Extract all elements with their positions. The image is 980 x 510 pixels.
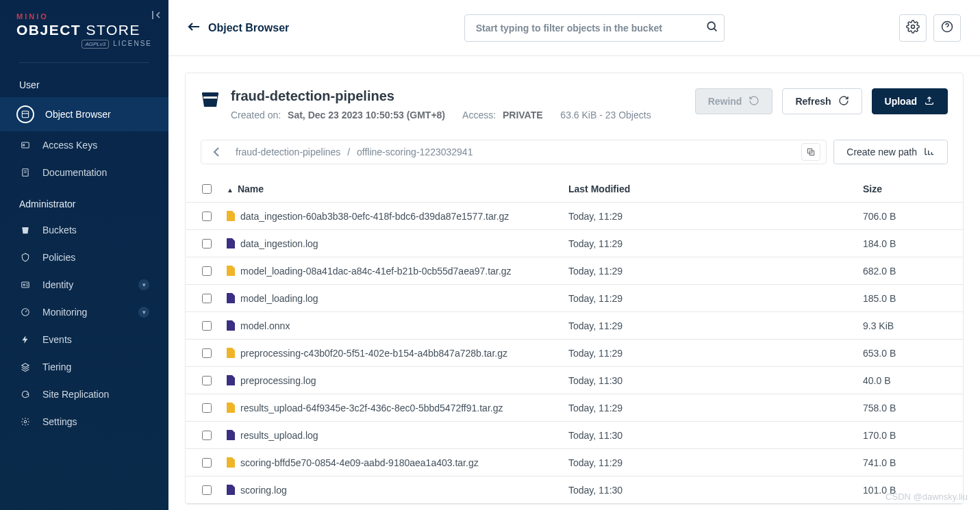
- sort-asc-icon: ▲: [227, 186, 234, 194]
- table-row[interactable]: model.onnxToday, 11:299.3 KiB: [186, 312, 963, 340]
- svg-point-9: [911, 25, 914, 29]
- row-checkbox[interactable]: [202, 458, 212, 468]
- row-checkbox[interactable]: [202, 376, 212, 385]
- back-button[interactable]: Object Browser: [188, 22, 289, 34]
- object-modified: Today, 11:29: [568, 238, 863, 249]
- file-icon: [227, 375, 235, 385]
- object-modified: Today, 11:29: [568, 293, 863, 304]
- refresh-button[interactable]: Refresh: [782, 88, 862, 114]
- sidebar-section-administrator: Administrator: [0, 186, 168, 216]
- help-button[interactable]: [933, 14, 961, 42]
- bucket-icon: [19, 225, 32, 235]
- bucket-meta: Created on: Sat, Dec 23 2023 10:50:53 (G…: [231, 110, 651, 120]
- breadcrumb-back[interactable]: [207, 146, 226, 157]
- sidebar-item-documentation[interactable]: Documentation: [0, 159, 168, 186]
- file-icon: [227, 457, 235, 468]
- object-size: 653.0 B: [863, 348, 959, 359]
- sidebar-item-object-browser[interactable]: Object Browser: [0, 97, 168, 131]
- table-row[interactable]: preprocessing.logToday, 11:3040.0 B: [186, 367, 963, 394]
- sidebar-item-monitoring[interactable]: Monitoring▾: [0, 298, 168, 326]
- table-row[interactable]: model_loading-08a41dac-a84c-41ef-b21b-0c…: [186, 257, 963, 285]
- page-title: Object Browser: [208, 22, 289, 34]
- object-name: results_upload.log: [240, 430, 318, 441]
- sidebar-item-identity[interactable]: Identity▾: [0, 271, 168, 298]
- topbar: Object Browser: [168, 0, 980, 56]
- sidebar-item-label: Settings: [42, 416, 77, 427]
- breadcrumb-path[interactable]: offline-scoring-1223032941: [357, 146, 473, 157]
- sidebar-item-label: Monitoring: [42, 307, 87, 318]
- svg-rect-12: [203, 97, 217, 99]
- select-all-checkbox[interactable]: [202, 184, 212, 194]
- new-path-icon: [924, 146, 935, 158]
- object-name: preprocessing.log: [240, 375, 316, 386]
- object-size: 185.0 B: [863, 293, 959, 304]
- chevron-down-icon: ▾: [138, 279, 149, 290]
- row-checkbox[interactable]: [202, 266, 212, 276]
- row-checkbox[interactable]: [202, 321, 212, 331]
- table-row[interactable]: data_ingestion.logToday, 11:29184.0 B: [186, 230, 963, 257]
- row-checkbox[interactable]: [202, 239, 212, 248]
- collapse-sidebar-icon[interactable]: [151, 10, 162, 23]
- upload-button[interactable]: Upload: [872, 88, 948, 114]
- col-modified[interactable]: Last Modified: [568, 183, 863, 194]
- svg-point-8: [707, 22, 715, 29]
- sidebar-item-label: Access Keys: [42, 140, 97, 151]
- sidebar-item-label: Site Replication: [42, 389, 109, 400]
- upload-icon: [924, 95, 935, 108]
- file-icon: [227, 430, 235, 440]
- search-icon[interactable]: [706, 21, 718, 35]
- breadcrumb-row: fraud-detection-pipelines / offline-scor…: [186, 133, 963, 175]
- table-row[interactable]: data_ingestion-60ab3b38-0efc-418f-bdc6-d…: [186, 203, 963, 230]
- breadcrumb-root[interactable]: fraud-detection-pipelines: [236, 146, 340, 157]
- sidebar-item-settings[interactable]: Settings: [0, 408, 168, 435]
- doc-icon: [19, 168, 32, 177]
- object-size: 741.0 B: [863, 457, 959, 468]
- row-checkbox[interactable]: [202, 348, 212, 358]
- gear-icon: [906, 20, 920, 36]
- row-checkbox[interactable]: [202, 431, 212, 440]
- col-name[interactable]: ▲Name: [227, 183, 568, 194]
- svg-rect-11: [202, 92, 218, 95]
- sidebar-item-tiering[interactable]: Tiering: [0, 353, 168, 381]
- object-modified: Today, 11:29: [568, 457, 863, 468]
- table-row[interactable]: scoring-bffd5e70-0854-4e09-aabd-9180aea1…: [186, 449, 963, 476]
- settings-button[interactable]: [899, 14, 927, 42]
- breadcrumb: fraud-detection-pipelines / offline-scor…: [201, 140, 827, 164]
- object-size: 706.0 B: [863, 211, 959, 222]
- row-checkbox[interactable]: [202, 403, 212, 413]
- table-row[interactable]: results_upload-64f9345e-3c2f-436c-8ec0-5…: [186, 394, 963, 422]
- bolt-icon: [19, 335, 32, 344]
- sidebar-item-label: Object Browser: [45, 109, 111, 120]
- copy-path-button[interactable]: [801, 143, 820, 161]
- search-input[interactable]: [475, 22, 706, 34]
- row-checkbox[interactable]: [202, 485, 212, 495]
- sidebar-item-label: Identity: [42, 279, 73, 290]
- sidebar-item-events[interactable]: Events: [0, 326, 168, 353]
- object-size: 9.3 KiB: [863, 320, 959, 331]
- table-row[interactable]: scoring.logToday, 11:30101.0 B: [186, 476, 963, 504]
- sidebar-item-label: Tiering: [42, 361, 71, 372]
- create-path-button[interactable]: Create new path: [833, 140, 948, 164]
- table-row[interactable]: model_loading.logToday, 11:29185.0 B: [186, 285, 963, 312]
- col-size[interactable]: Size: [863, 183, 959, 194]
- object-modified: Today, 11:30: [568, 375, 863, 386]
- layers-icon: [16, 105, 34, 123]
- logo: MINIO OBJECT STORE AGPLv3LICENSE: [0, 0, 168, 58]
- sidebar-item-label: Documentation: [42, 167, 107, 178]
- object-modified: Today, 11:29: [568, 211, 863, 222]
- sidebar-item-label: Events: [42, 334, 72, 345]
- sidebar-item-buckets[interactable]: Buckets: [0, 216, 168, 244]
- sidebar-item-policies[interactable]: Policies: [0, 244, 168, 271]
- object-name: preprocessing-c43b0f20-5f51-402e-b154-a4…: [240, 348, 507, 359]
- row-checkbox[interactable]: [202, 212, 212, 221]
- sidebar-item-access-keys[interactable]: Access Keys: [0, 131, 168, 159]
- sidebar-section-user: User: [0, 67, 168, 97]
- object-name: scoring-bffd5e70-0854-4e09-aabd-9180aea1…: [240, 457, 479, 468]
- search-input-wrapper[interactable]: [464, 14, 725, 42]
- table-row[interactable]: results_upload.logToday, 11:30170.0 B: [186, 422, 963, 449]
- svg-rect-0: [22, 111, 28, 117]
- sidebar-item-site-replication[interactable]: Site Replication: [0, 381, 168, 408]
- table-row[interactable]: preprocessing-c43b0f20-5f51-402e-b154-a4…: [186, 340, 963, 367]
- object-name: model_loading-08a41dac-a84c-41ef-b21b-0c…: [240, 266, 511, 277]
- row-checkbox[interactable]: [202, 294, 212, 303]
